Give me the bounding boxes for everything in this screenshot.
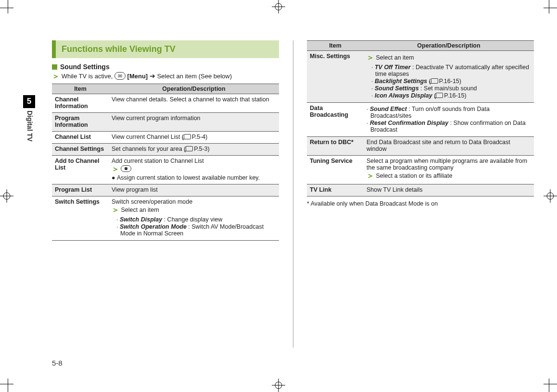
list-item: TV Off Timer : Deactivate TV automatical… [371, 64, 531, 77]
table-row: Return to DBC* End Data Broadcast site a… [307, 137, 534, 156]
table-row: Program Information View current program… [52, 113, 279, 132]
table-row: Switch Settings Switch screen/operation … [52, 196, 279, 241]
row-desc: End Data Broadcast site and return to Da… [364, 137, 534, 156]
sub-heading-text: Sound Settings [60, 63, 110, 71]
chapter-number: 5 [23, 95, 35, 108]
step-arrow-icon: ＞ [367, 172, 374, 180]
col-header-desc: Operation/Description [109, 84, 279, 94]
list-item: Backlight Settings (P.16-15) [371, 78, 531, 85]
row-item: TV Link [307, 184, 364, 196]
list-item: Reset Confirmation Display : Show confir… [367, 120, 531, 133]
row-desc: View current Channel List (P.5-4) [109, 132, 279, 144]
row-desc: ＞ Select an item TV Off Timer : Deactiva… [364, 51, 534, 103]
row-item: Add to Channel List [52, 156, 109, 184]
registration-mark [0, 189, 13, 203]
arrow-icon: ➔ [150, 72, 157, 80]
col-header-desc: Operation/Description [364, 41, 534, 51]
row-item: Data Broadcasting [307, 103, 364, 137]
table-row: TV Link Show TV Link details [307, 184, 534, 196]
registration-mark [272, 0, 285, 13]
table-row: Channel List View current Channel List (… [52, 132, 279, 144]
menu-label: [Menu] [127, 73, 148, 80]
operations-table-left: Item Operation/Description Channel Infor… [52, 84, 279, 241]
row-desc: Select a program when multiple programs … [364, 156, 534, 184]
crop-mark [0, 376, 16, 392]
row-desc: View channel details. Select a channel t… [109, 94, 279, 113]
step-arrow-icon: ＞ [367, 53, 374, 61]
row-item: Tuning Service [307, 156, 364, 184]
table-row: Data Broadcasting Sound Effect : Turn on… [307, 103, 534, 137]
row-desc: Sound Effect : Turn on/off sounds from D… [364, 103, 534, 137]
mail-key-icon: ✉ [114, 72, 126, 80]
reference-icon [436, 93, 443, 98]
registration-mark [544, 189, 557, 203]
sub-heading: Sound Settings [52, 63, 279, 71]
left-column: Functions while Viewing TV Sound Setting… [52, 40, 279, 348]
table-row: Misc. Settings ＞ Select an item TV Off T… [307, 51, 534, 103]
row-desc: Show TV Link details [364, 184, 534, 196]
row-desc: Set channels for your area (P.5-3) [109, 144, 279, 156]
table-row: Add to Channel List Add current station … [52, 156, 279, 184]
crop-mark [541, 0, 557, 16]
row-desc: View program list [109, 184, 279, 196]
list-item: Switch Operation Mode : Switch AV Mode/B… [116, 223, 276, 237]
row-item: Return to DBC* [307, 137, 364, 156]
reference-icon [431, 78, 438, 84]
row-item: Program Information [52, 113, 109, 132]
crop-mark [541, 376, 557, 392]
step-arrow-icon: ＞ [112, 206, 119, 214]
col-header-item: Item [52, 84, 109, 94]
column-separator [293, 40, 293, 348]
chapter-tab: 5 Digital TV [23, 95, 38, 108]
table-row: Channel Information View channel details… [52, 94, 279, 113]
center-key-icon [121, 165, 131, 172]
table-row: Tuning Service Select a program when mul… [307, 156, 534, 184]
square-bullet-icon [52, 64, 57, 70]
operations-table-right: Item Operation/Description Misc. Setting… [307, 40, 534, 196]
reference-icon [186, 146, 193, 151]
intro-text-post: Select an item (See below) [157, 73, 232, 80]
row-item: Program List [52, 184, 109, 196]
footnote: * Available only when Data Broadcast Mod… [307, 200, 534, 207]
step-arrow-icon: ＞ [112, 165, 119, 173]
registration-mark [272, 379, 285, 392]
list-item: Sound Effect : Turn on/off sounds from D… [367, 106, 531, 119]
row-item: Channel Information [52, 94, 109, 113]
table-row: Channel Settings Set channels for your a… [52, 144, 279, 156]
col-header-item: Item [307, 41, 364, 51]
chapter-label: Digital TV [26, 110, 34, 142]
reference-icon [184, 134, 191, 139]
crop-mark [0, 0, 16, 16]
row-item: Channel List [52, 132, 109, 144]
intro-text: While TV is active, [62, 73, 114, 80]
list-item: Switch Display : Change display view [116, 216, 276, 223]
page-number: 5-8 [52, 359, 63, 367]
intro-line: ＞ While TV is active, ✉ [Menu] ➔ Select … [52, 72, 279, 82]
row-desc: Switch screen/operation mode ＞ Select an… [109, 196, 279, 241]
right-column: Item Operation/Description Misc. Setting… [307, 40, 534, 348]
step-arrow-icon: ＞ [52, 72, 60, 80]
table-row: Program List View program list [52, 184, 279, 196]
list-item: Sound Settings : Set main/sub sound [371, 85, 531, 92]
list-item: Icon Always Display (P.16-15) [371, 92, 531, 99]
row-item: Switch Settings [52, 196, 109, 241]
row-desc: Add current station to Channel List ＞ ● … [109, 156, 279, 184]
section-heading: Functions while Viewing TV [52, 40, 279, 58]
row-item: Channel Settings [52, 144, 109, 156]
row-desc: View current program information [109, 113, 279, 132]
row-item: Misc. Settings [307, 51, 364, 103]
